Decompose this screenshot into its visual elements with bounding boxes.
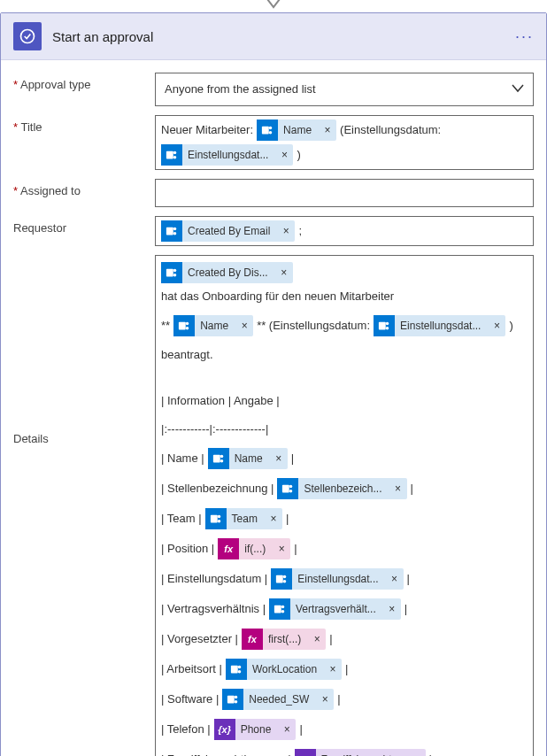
svg-point-38	[235, 696, 238, 699]
variable-icon: {x}	[214, 719, 235, 740]
svg-rect-37	[227, 696, 235, 704]
sharepoint-icon	[173, 315, 195, 336]
svg-point-33	[281, 610, 285, 613]
remove-token-icon[interactable]: ×	[275, 264, 293, 282]
sharepoint-icon	[277, 478, 298, 499]
requestor-label: Requestor	[13, 216, 155, 235]
svg-point-24	[289, 490, 293, 493]
assigned-to-field[interactable]	[155, 179, 534, 207]
remove-token-icon[interactable]: ×	[270, 450, 288, 467]
svg-point-39	[235, 700, 238, 704]
token-einstellungsdatum[interactable]: Einstellungsdat...×	[374, 315, 505, 336]
flow-arrow-down	[0, 0, 547, 12]
svg-point-9	[173, 232, 177, 235]
remove-token-icon[interactable]: ×	[488, 317, 505, 335]
svg-rect-28	[276, 575, 283, 583]
token-variable-phone[interactable]: {x}Phone×	[214, 719, 297, 740]
sharepoint-icon	[222, 689, 243, 710]
details-label: Details	[13, 255, 155, 445]
title-field[interactable]: Neuer Mitarbeiter: Name× (Einstellungsda…	[155, 115, 534, 170]
svg-rect-31	[274, 606, 281, 613]
token-created-by-display[interactable]: Created By Dis...×	[161, 262, 293, 283]
svg-point-3	[269, 131, 273, 135]
sharepoint-icon	[257, 120, 278, 141]
approvals-icon	[13, 22, 42, 50]
remove-token-icon[interactable]: ×	[316, 690, 334, 708]
remove-token-icon[interactable]: ×	[273, 540, 290, 558]
remove-token-icon[interactable]: ×	[383, 600, 401, 618]
token-einstellungsdatum[interactable]: Einstellungsdat...×	[161, 144, 293, 166]
remove-token-icon[interactable]: ×	[386, 570, 404, 588]
assigned-to-label: * Assigned to	[13, 179, 155, 197]
svg-point-15	[186, 327, 189, 330]
token-name[interactable]: Name×	[257, 120, 336, 141]
sharepoint-icon	[271, 568, 292, 590]
token-expression-first[interactable]: fxfirst(...)×	[242, 629, 326, 650]
svg-point-20	[220, 455, 223, 459]
svg-point-18	[386, 327, 389, 330]
svg-point-2	[269, 126, 273, 129]
svg-rect-16	[379, 322, 386, 330]
remove-token-icon[interactable]: ×	[265, 510, 282, 528]
token-created-by-email[interactable]: Created By Email×	[161, 220, 295, 242]
chevron-down-icon	[512, 79, 524, 100]
fx-icon: fx	[242, 629, 263, 650]
remove-token-icon[interactable]: ×	[277, 222, 295, 240]
card-menu-button[interactable]: ···	[515, 27, 534, 46]
fx-icon: fx	[218, 538, 239, 559]
remove-token-icon[interactable]: ×	[389, 480, 407, 498]
svg-point-27	[217, 520, 220, 523]
svg-rect-4	[166, 150, 173, 158]
svg-point-23	[289, 485, 293, 489]
remove-token-icon[interactable]: ×	[308, 630, 326, 648]
svg-point-5	[173, 150, 177, 154]
svg-point-32	[281, 606, 285, 609]
requestor-field[interactable]: Created By Email× ;	[155, 216, 534, 246]
token-name[interactable]: Name×	[208, 448, 288, 469]
svg-point-12	[173, 274, 177, 277]
svg-point-0	[21, 30, 35, 43]
sharepoint-icon	[161, 220, 182, 242]
sharepoint-icon	[205, 508, 227, 529]
token-vertragsverhaeltnis[interactable]: Vertragsverhält...×	[269, 598, 401, 620]
svg-rect-10	[166, 268, 173, 276]
svg-point-11	[173, 268, 177, 272]
svg-rect-25	[210, 515, 217, 523]
token-expression-if[interactable]: fxif(...)×	[218, 538, 290, 559]
approval-type-select[interactable]: Anyone from the assigned list	[155, 73, 534, 106]
token-stellenbezeichnung[interactable]: Stellenbezeich...×	[277, 478, 406, 499]
details-field[interactable]: Created By Dis...× hat das Onboarding fü…	[155, 255, 534, 756]
svg-rect-34	[231, 666, 238, 674]
card-header[interactable]: Start an approval ···	[1, 13, 546, 60]
sharepoint-icon	[226, 659, 247, 680]
sharepoint-icon	[208, 448, 229, 469]
svg-rect-13	[179, 322, 186, 330]
sharepoint-icon	[161, 262, 182, 283]
svg-rect-22	[282, 485, 289, 493]
token-name[interactable]: Name×	[173, 315, 253, 336]
token-needed-sw[interactable]: Needed_SW×	[222, 689, 334, 710]
sharepoint-icon	[374, 315, 395, 336]
sharepoint-icon	[161, 144, 182, 166]
remove-token-icon[interactable]: ×	[278, 721, 296, 738]
remove-token-icon[interactable]: ×	[275, 146, 293, 164]
remove-token-icon[interactable]: ×	[235, 317, 253, 335]
action-card: Start an approval ··· * Approval type An…	[0, 12, 547, 756]
token-variable-zugriff[interactable]: {x}Zugriffsberecht...×	[295, 749, 426, 756]
token-einstellungsdatum[interactable]: Einstellungsdat...×	[271, 568, 403, 590]
remove-token-icon[interactable]: ×	[324, 660, 342, 678]
token-team[interactable]: Team×	[205, 508, 282, 529]
svg-point-8	[173, 227, 177, 230]
token-worklocation[interactable]: WorkLocation×	[226, 659, 342, 680]
card-title: Start an approval	[52, 29, 515, 44]
svg-point-14	[186, 322, 189, 326]
remove-token-icon[interactable]: ×	[408, 751, 426, 756]
svg-point-36	[238, 670, 242, 674]
svg-point-26	[217, 515, 220, 519]
remove-token-icon[interactable]: ×	[319, 121, 336, 139]
approval-type-label: * Approval type	[13, 73, 155, 91]
variable-icon: {x}	[295, 749, 316, 756]
svg-rect-1	[262, 126, 269, 134]
svg-point-21	[220, 459, 223, 463]
svg-point-6	[173, 156, 177, 159]
